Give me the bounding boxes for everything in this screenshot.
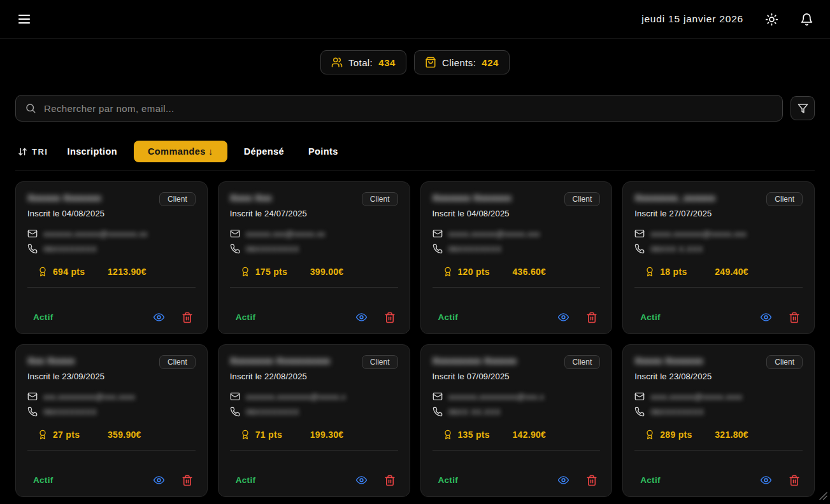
- sort-tab[interactable]: Commandes ↓: [134, 141, 227, 162]
- status-label: Actif: [640, 312, 661, 322]
- trash-icon: [384, 312, 396, 323]
- mail-icon: [634, 391, 645, 402]
- client-name: Xxxxxxxxx Xxxxxx: [433, 355, 517, 366]
- client-phone: 06XXXXXXXX: [43, 244, 97, 254]
- view-client-button[interactable]: [759, 310, 773, 325]
- client-name: Xxx Xxxxx: [27, 355, 75, 366]
- client-card: Xxxxxxx Xxxxxxx Client Inscrit le 04/08/…: [420, 181, 613, 334]
- email-row: xxxxx.xxxxxxx@xxxxx.xxx: [634, 228, 803, 239]
- client-amount: 142.90€: [513, 430, 547, 440]
- sun-icon: [765, 13, 778, 26]
- phone-icon: [433, 407, 443, 417]
- view-client-button[interactable]: [152, 473, 166, 487]
- client-email: xxxx.xxxxxx@xxxxx.xxxx: [650, 392, 742, 402]
- client-name: Xxxxxxx Xxxxxxx: [433, 192, 512, 203]
- menu-button[interactable]: [14, 9, 34, 29]
- trash-icon: [789, 312, 800, 323]
- registered-date: Inscrit le 04/08/2025: [27, 209, 196, 218]
- tri-label: TRI: [32, 147, 48, 157]
- client-card: Xxx Xxxxx Client Inscrit le 23/09/2025 x…: [15, 344, 208, 497]
- clients-label: Clients:: [442, 57, 476, 68]
- main-content: Total: 434 Clients: 424: [0, 50, 830, 497]
- client-email: xxxxx.xxxxxx@xxxxx.xxx: [448, 229, 540, 239]
- delete-client-button[interactable]: [383, 473, 397, 487]
- client-name: Xxxxxx Xxxxxxx: [27, 192, 101, 203]
- notifications-button[interactable]: [798, 10, 816, 29]
- card-divider: [634, 450, 803, 451]
- theme-toggle-button[interactable]: [762, 10, 781, 29]
- delete-client-button[interactable]: [180, 473, 194, 487]
- client-amount: 249.40€: [715, 267, 748, 277]
- view-client-button[interactable]: [354, 310, 369, 325]
- phone-row: 06XX XX.XXX: [433, 407, 601, 417]
- sort-tab[interactable]: Inscription: [59, 141, 125, 162]
- email-row: xxxxxxx.xxxxxx@xxxxxxx.xx: [27, 228, 196, 239]
- client-type-badge: Client: [766, 192, 803, 206]
- client-amount: 436.60€: [513, 267, 547, 277]
- eye-icon: [153, 474, 165, 486]
- registered-date: Inscrit le 23/08/2025: [634, 372, 803, 381]
- card-divider: [433, 287, 601, 288]
- sort-tab[interactable]: Dépensé: [236, 141, 292, 162]
- client-amount: 359.90€: [108, 430, 141, 440]
- client-card: Xxxxxx Xxxxxxx Client Inscrit le 04/08/2…: [15, 181, 208, 334]
- delete-client-button[interactable]: [585, 311, 599, 325]
- view-client-button[interactable]: [759, 473, 773, 487]
- client-amount: 199.30€: [310, 430, 344, 440]
- phone-icon: [634, 407, 645, 417]
- status-label: Actif: [438, 475, 459, 485]
- bell-icon: [800, 13, 813, 26]
- registered-date: Inscrit le 07/09/2025: [433, 372, 601, 381]
- mail-icon: [230, 228, 240, 239]
- hamburger-icon: [17, 11, 32, 27]
- delete-client-button[interactable]: [180, 311, 194, 325]
- registered-date: Inscrit le 23/09/2025: [27, 372, 196, 381]
- delete-client-button[interactable]: [787, 311, 801, 325]
- points-row: 18 pts 249.40€: [634, 267, 803, 277]
- award-icon: [645, 430, 655, 440]
- bag-icon: [425, 57, 436, 68]
- registered-date: Inscrit le 04/08/2025: [433, 209, 601, 218]
- eye-icon: [760, 311, 772, 323]
- client-phone: 06XXXXXXXX: [650, 407, 704, 417]
- delete-client-button[interactable]: [383, 311, 397, 325]
- client-type-badge: Client: [159, 192, 196, 206]
- client-name: Xxxxxxxx Xxxxxxxxxx: [230, 355, 331, 366]
- filter-button[interactable]: [791, 96, 815, 120]
- delete-client-button[interactable]: [787, 473, 801, 487]
- client-name: Xxxxxxxx_xxxxxx: [634, 192, 715, 203]
- phone-row: 06XXXXXXXX: [27, 244, 196, 254]
- delete-client-button[interactable]: [585, 473, 599, 487]
- client-phone: 06XXXXXXXX: [246, 407, 299, 417]
- view-client-button[interactable]: [556, 310, 571, 325]
- search-input[interactable]: [43, 102, 773, 115]
- card-divider: [230, 450, 398, 451]
- trash-icon: [789, 475, 800, 486]
- mail-icon: [27, 228, 38, 239]
- resize-handle[interactable]: [819, 491, 827, 503]
- status-label: Actif: [236, 475, 256, 485]
- points-row: 694 pts 1213.90€: [27, 267, 196, 277]
- view-client-button[interactable]: [152, 310, 166, 325]
- client-type-badge: Client: [362, 192, 398, 206]
- client-email: xxxxxxx.xxxxxxxx@xxxxx.x: [246, 392, 346, 402]
- phone-row: 06XXXXXXXX: [433, 244, 601, 254]
- email-row: xxxxxx.xxx@xxxxx.xx: [230, 228, 398, 239]
- view-client-button[interactable]: [354, 473, 369, 487]
- award-icon: [645, 267, 655, 277]
- view-client-button[interactable]: [556, 473, 571, 487]
- sort-tabs: Inscription Commandes ↓ Dépensé Points: [59, 141, 345, 162]
- client-type-badge: Client: [766, 355, 803, 369]
- client-points: 289 pts: [660, 430, 710, 440]
- email-row: xxx.xxxxxxxxx@xxx.xxxx: [27, 391, 196, 402]
- tri-group: TRI: [18, 147, 48, 157]
- email-row: xxxxxxx.xxxxxxxx@xxxxx.x: [230, 391, 398, 402]
- award-icon: [240, 430, 250, 440]
- trash-icon: [586, 475, 597, 486]
- sort-tab[interactable]: Points: [301, 141, 346, 162]
- client-name: Xxxx Xxx: [230, 192, 272, 203]
- phone-row: 06XXX X.XXX: [634, 244, 803, 254]
- client-phone: 06XX XX.XXX: [448, 407, 501, 417]
- clients-stat-chip: Clients: 424: [414, 50, 510, 74]
- eye-icon: [355, 474, 368, 486]
